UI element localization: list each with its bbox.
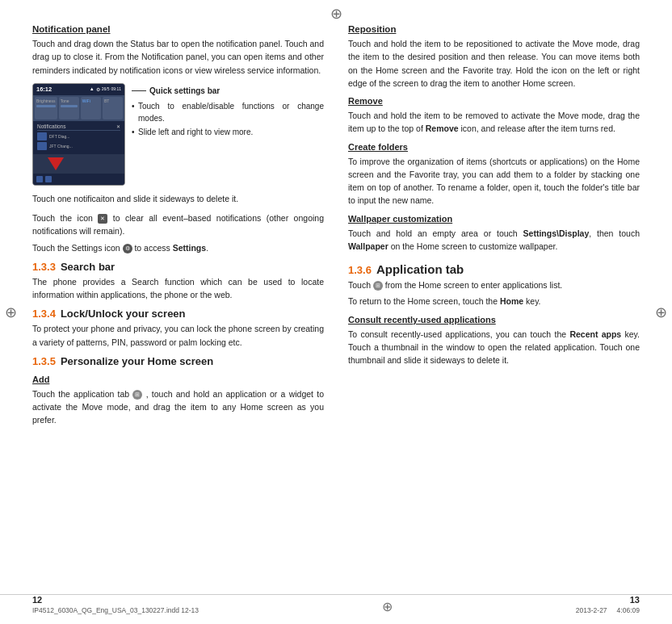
phone-notif-text-1: DFT Diag... [49, 134, 69, 139]
wallpaper-bold: Wallpaper [348, 241, 388, 251]
phone-bottom-item [36, 176, 43, 182]
phone-widget-4: BT [103, 97, 123, 119]
reposition-text: Touch and hold the item to be reposition… [348, 37, 640, 90]
phone-notif-text-2: JFT Chang... [49, 144, 73, 149]
phone-mock: 16:12 ▲ ⚙ 26/5 09:11 Brightness [32, 83, 125, 186]
qs-line-left [132, 90, 146, 91]
notification-panel-heading: Notification panel [32, 24, 324, 34]
phone-status-icons: ▲ ⚙ 26/5 09:11 [90, 86, 121, 92]
section-133-text: The phone provides a Search function whi… [32, 275, 324, 302]
section-133-title: Search bar [61, 261, 115, 273]
phone-notif-header: Notifications ✕ [37, 124, 120, 131]
content-area: Notification panel Touch and drag down t… [0, 0, 672, 442]
footer-page-right: 13 [630, 595, 640, 605]
phone-notif-item-2: JFT Chang... [37, 142, 120, 150]
quick-settings-label: Quick settings bar [149, 86, 220, 95]
wallpaper-text: Touch and hold an empty area or touch Se… [348, 227, 640, 253]
notification-panel-text1: Touch and drag down the Status bar to op… [32, 37, 324, 77]
settings-icon: ⚙ [123, 244, 132, 253]
home-key-text: To return to the Home screen, touch the … [348, 295, 640, 308]
phone-notif-item-1: DFT Diag... [37, 132, 120, 140]
recent-apps-bold: Recent apps [569, 329, 621, 339]
phone-arrow-area [33, 154, 124, 174]
settings-display-bold: Settings\Display [523, 228, 590, 238]
section-135-number: 1.3.5 [32, 355, 56, 367]
consult-text: To consult recently-used applications, y… [348, 328, 640, 367]
consult-heading: Consult recently-used applications [348, 315, 640, 325]
section-135-title: Personalize your Home screen [61, 355, 213, 367]
footer-page-left: 12 [32, 595, 199, 605]
qs-bullet-1: Touch to enable/disable functions or cha… [132, 100, 324, 124]
footer-date: 2013-2-27 [576, 606, 607, 614]
red-down-arrow-icon [48, 157, 64, 170]
wallpaper-heading: Wallpaper customization [348, 214, 640, 224]
crosshair-left: ⊕ [5, 304, 17, 321]
quick-settings-bullets: Touch to enable/disable functions or cha… [132, 100, 324, 140]
section-134-header: 1.3.4 Lock/Unlock your screen [32, 308, 324, 322]
section-133-number: 1.3.3 [32, 261, 56, 273]
footer-file-info: IP4512_6030A_QG_Eng_USA_03_130227.indd 1… [32, 606, 199, 614]
phone-widget-3: WiFi [81, 97, 101, 119]
add-text: Touch the application tab ⊞ , touch and … [32, 387, 324, 427]
reposition-heading: Reposition [348, 24, 640, 34]
section-133-header: 1.3.3 Search bar [32, 261, 324, 275]
phone-widget-row: Brightness Tone WiFi BT [33, 95, 124, 121]
app-tab-icon: ⊞ [132, 390, 142, 400]
left-column: Notification panel Touch and drag down t… [32, 24, 324, 433]
remove-heading: Remove [348, 96, 640, 106]
crosshair-right: ⊕ [655, 304, 667, 321]
home-bold: Home [500, 296, 523, 306]
footer-right: 13 2013-2-27 4:06:09 [576, 595, 640, 614]
qs-bullet-2: Slide left and right to view more. [132, 126, 324, 138]
section-134-title: Lock/Unlock your screen [61, 308, 186, 320]
crosshair-top: ⊕ [330, 5, 342, 23]
phone-area-wrapper: 16:12 ▲ ⚙ 26/5 09:11 Brightness [32, 83, 324, 186]
phone-notif-icon-2 [37, 142, 47, 150]
footer: 12 IP4512_6030A_QG_Eng_USA_03_130227.ind… [0, 594, 672, 614]
remove-text: Touch and hold the item to be removed to… [348, 109, 640, 136]
clear-icon: ✕ [98, 214, 107, 224]
phone-widget-1: Brightness [35, 97, 57, 119]
create-folders-heading: Create folders [348, 142, 640, 152]
phone-bottom-item-2 [45, 176, 52, 182]
section-135-header: 1.3.5 Personalize your Home screen [32, 355, 324, 370]
footer-left: 12 IP4512_6030A_QG_Eng_USA_03_130227.ind… [32, 595, 199, 614]
phone-bottom-row [33, 174, 124, 185]
footer-time: 4:06:09 [617, 606, 640, 614]
section-136-number: 1.3.6 [348, 264, 372, 276]
section-136-intro: Touch ⊞ from the Home screen to enter ap… [348, 278, 640, 291]
crosshair-bottom: ⊕ [382, 599, 393, 614]
phone-statusbar: 16:12 ▲ ⚙ 26/5 09:11 [33, 84, 124, 95]
notif-settings-text: Touch the Settings icon ⚙ to access Sett… [32, 241, 324, 254]
section-136-header: 1.3.6 Application tab [348, 262, 640, 278]
page-container: ⊕ ⊕ ⊕ Notification panel Touch and drag … [0, 0, 672, 624]
notif-slide-text: Touch one notificaiton and slide it side… [32, 192, 324, 205]
section-136-title: Application tab [376, 262, 464, 276]
create-folders-text: To improve the organization of items (sh… [348, 155, 640, 207]
phone-notification-panel: Notifications ✕ DFT Diag... JFT Chang... [33, 121, 124, 154]
phone-time: 16:12 [36, 86, 52, 93]
app-list-icon: ⊞ [373, 281, 383, 291]
phone-widget-2: Tone [59, 97, 79, 119]
phone-notif-icon-1 [37, 132, 47, 140]
remove-bold: Remove [426, 124, 459, 133]
right-column: Reposition Touch and hold the item to be… [348, 24, 640, 433]
add-subheading: Add [32, 375, 324, 384]
section-134-text: To protect your phone and privacy, you c… [32, 322, 324, 349]
qs-label-row: Quick settings bar [132, 86, 324, 95]
quick-settings-callout: Quick settings bar Touch to enable/disab… [125, 83, 324, 140]
footer-date-row: 2013-2-27 4:06:09 [576, 606, 640, 614]
section-134-number: 1.3.4 [32, 308, 56, 320]
notif-clear-text: Touch the icon ✕ to clear all event–base… [32, 211, 324, 238]
